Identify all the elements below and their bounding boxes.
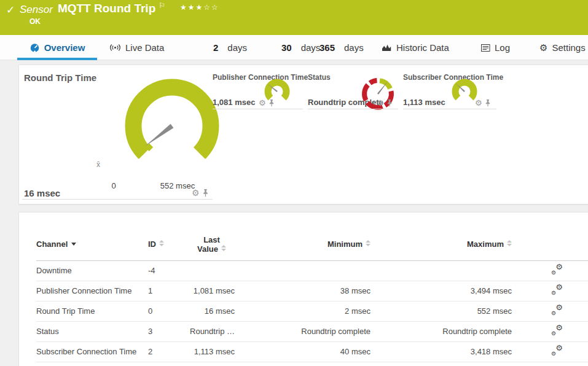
channel-maximum: 552 msec bbox=[370, 301, 512, 321]
gear-icon[interactable]: ⚙ bbox=[377, 99, 384, 107]
channel-name: Downtime bbox=[36, 260, 148, 281]
channel-settings-icon[interactable]: ⚙⚙ bbox=[551, 325, 563, 335]
sort-icon bbox=[507, 240, 512, 246]
settings-gear-icon: ⚙ bbox=[539, 42, 547, 53]
column-label: Maximum bbox=[467, 239, 504, 249]
channel-minimum bbox=[235, 260, 370, 281]
sort-caret-icon bbox=[71, 243, 76, 246]
gear-icon: ⚙ bbox=[555, 303, 563, 311]
channel-name: Status bbox=[36, 321, 148, 341]
gear-icon[interactable]: ⚙ bbox=[259, 99, 266, 107]
column-label: ID bbox=[148, 239, 156, 249]
channel-settings-icon[interactable]: ⚙⚙ bbox=[551, 346, 563, 356]
gauge-value: 1,081 msec bbox=[213, 98, 255, 107]
pin-icon[interactable] bbox=[269, 99, 275, 107]
pin-icon[interactable] bbox=[202, 189, 209, 197]
live-data-icon bbox=[109, 44, 121, 52]
channel-last-value: 16 msec bbox=[189, 301, 235, 321]
tab-historic-data[interactable]: Historic Data bbox=[382, 35, 449, 60]
tab-label: Overview bbox=[44, 42, 85, 53]
channel-last-value: 1,113 msec bbox=[189, 341, 235, 362]
gauge-needle bbox=[145, 124, 173, 146]
gear-icon: ⚙ bbox=[555, 344, 563, 352]
gauge-scale-min: 0 bbox=[101, 181, 126, 190]
sensor-page: ✓ Sensor MQTT Round Trip ⚐ ★★★☆☆ OK Over… bbox=[0, 0, 588, 366]
gear-icon: ⚙ bbox=[551, 331, 556, 337]
tile-divider bbox=[213, 109, 303, 109]
column-header-channel[interactable]: Channel bbox=[36, 228, 148, 260]
tab-30-days[interactable]: 30 days bbox=[281, 35, 320, 60]
channel-maximum: Roundtrip complete bbox=[370, 321, 512, 341]
priority-stars[interactable]: ★★★☆☆ bbox=[180, 3, 219, 12]
tab-label: Live Data bbox=[125, 42, 164, 53]
gear-icon[interactable]: ⚙ bbox=[475, 99, 482, 107]
channel-settings-icon[interactable]: ⚙⚙ bbox=[551, 265, 563, 274]
column-label: Channel bbox=[36, 239, 68, 249]
sort-icon bbox=[366, 240, 370, 246]
gear-icon[interactable]: ⚙ bbox=[192, 189, 200, 197]
channel-maximum bbox=[370, 260, 512, 281]
channel-id: 0 bbox=[148, 301, 189, 321]
tab-log[interactable]: Log bbox=[481, 35, 510, 60]
tab-number: 30 bbox=[281, 42, 292, 53]
status-check-icon: ✓ bbox=[6, 4, 15, 17]
gauge-title: Publisher Connection Time bbox=[213, 73, 308, 82]
sort-icon bbox=[221, 245, 226, 251]
channel-id: 1 bbox=[148, 281, 189, 301]
channel-id: 3 bbox=[148, 321, 189, 341]
column-header-minimum[interactable]: Minimum bbox=[235, 228, 370, 260]
tab-365-days[interactable]: 365 days bbox=[319, 35, 364, 60]
channel-name: Publisher Connection Time bbox=[36, 281, 148, 301]
tab-label: days bbox=[344, 42, 364, 53]
log-icon bbox=[481, 44, 490, 52]
tab-label: Log bbox=[495, 42, 510, 53]
tile-divider bbox=[403, 109, 496, 109]
pin-icon[interactable] bbox=[386, 99, 393, 107]
gauge-value: 1,113 msec bbox=[403, 98, 445, 107]
column-label: Minimum bbox=[327, 239, 363, 249]
channel-name: Round Trip Time bbox=[36, 301, 148, 321]
gear-icon: ⚙ bbox=[555, 263, 563, 271]
tab-label: Historic Data bbox=[396, 42, 449, 53]
gauge-icon bbox=[29, 43, 40, 53]
average-marker-label: x̄ bbox=[96, 160, 100, 169]
channel-id: -4 bbox=[148, 260, 189, 281]
tab-number: 2 bbox=[213, 42, 218, 53]
tab-live-data[interactable]: Live Data bbox=[109, 35, 164, 60]
channel-last-value: 1,081 msec bbox=[189, 281, 235, 301]
historic-data-icon bbox=[382, 44, 392, 52]
pin-icon[interactable] bbox=[485, 99, 491, 107]
gear-icon: ⚙ bbox=[555, 324, 563, 332]
tab-label: days bbox=[301, 42, 321, 53]
channel-settings-icon[interactable]: ⚙⚙ bbox=[551, 305, 563, 315]
tab-2-days[interactable]: 2 days bbox=[213, 35, 247, 60]
column-label: Last bbox=[203, 235, 220, 244]
tile-divider bbox=[22, 199, 213, 200]
tab-settings[interactable]: ⚙ Settings bbox=[539, 35, 586, 60]
column-header-id[interactable]: ID bbox=[148, 228, 189, 260]
tab-label: days bbox=[227, 42, 247, 53]
channel-minimum: 38 msec bbox=[235, 281, 370, 301]
gear-icon: ⚙ bbox=[551, 311, 556, 316]
channels-table: Channel ID Last Value Minimum Maximum bbox=[36, 228, 588, 362]
column-label: Value bbox=[197, 244, 218, 254]
gauge-title: Status bbox=[308, 73, 331, 82]
tab-label: Settings bbox=[552, 42, 585, 53]
table-row: Subscriber Connection Time 2 1,113 msec … bbox=[36, 341, 588, 362]
column-header-last-value[interactable]: Last Value bbox=[189, 228, 235, 260]
gear-icon: ⚙ bbox=[555, 283, 563, 291]
sensor-header: ✓ Sensor MQTT Round Trip ⚐ ★★★☆☆ OK bbox=[0, 0, 588, 35]
flag-icon[interactable]: ⚐ bbox=[159, 1, 165, 10]
gauges-panel: Round Trip Time x̄ 0 552 msec 16 msec ⚙ … bbox=[18, 64, 588, 204]
tab-overview[interactable]: Overview bbox=[17, 35, 97, 60]
gauge-value: 16 msec bbox=[24, 188, 60, 198]
channel-settings-icon[interactable]: ⚙⚙ bbox=[551, 285, 563, 295]
table-row: Downtime -4 ⚙⚙ bbox=[36, 260, 588, 281]
column-header-maximum[interactable]: Maximum bbox=[370, 228, 512, 260]
table-header-row: Channel ID Last Value Minimum Maximum bbox=[36, 228, 588, 260]
page-title: MQTT Round Trip bbox=[58, 2, 155, 15]
sensor-status-text: OK bbox=[29, 17, 41, 26]
sensor-title-line: Sensor MQTT Round Trip ⚐ ★★★☆☆ bbox=[20, 2, 219, 16]
column-header-actions bbox=[512, 228, 588, 260]
table-row: Publisher Connection Time 1 1,081 msec 3… bbox=[36, 281, 588, 301]
